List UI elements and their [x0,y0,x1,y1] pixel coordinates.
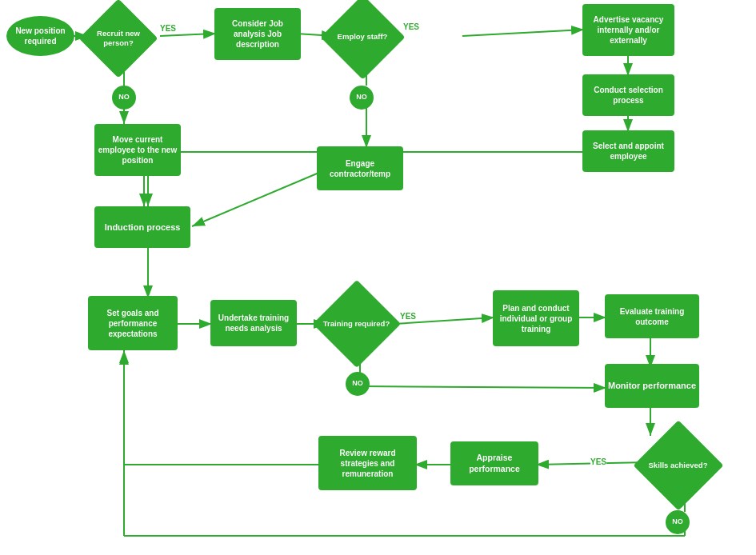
review-reward-node: Review reward strategies and remuneratio… [318,436,417,490]
no-recruit-circle: NO [112,86,136,110]
skills-achieved-node: Skills achieved? [640,430,716,501]
advertise-node: Advertise vacancy internally and/or exte… [582,4,674,56]
yes-employ-label: YES [403,22,419,31]
induction-node: Induction process [94,206,190,248]
yes-training-label: YES [400,312,416,321]
recruit-node: Recruit new person? [86,12,150,64]
svg-line-22 [360,386,606,388]
no-skills-circle: NO [666,510,690,534]
undertake-training-node: Undertake training needs analysis [210,300,297,346]
new-position-node: New position required [6,16,74,56]
no-training-circle: NO [346,372,370,396]
flowchart: New position required Recruit new person… [0,0,756,555]
move-employee-node: Move current employee to the new positio… [94,124,181,176]
plan-conduct-node: Plan and conduct individual or group tra… [493,290,579,346]
conduct-selection-node: Conduct selection process [582,74,674,116]
training-required-node: Training required? [318,289,394,357]
set-goals-node: Set goals and performance expectations [88,296,178,350]
yes-recruit-label: YES [160,24,176,33]
appraise-performance-node: Appraise performance [450,441,538,485]
yes-skills-label: YES [590,457,606,466]
engage-contractor-node: Engage contractor/temp [317,146,403,190]
no-employ-circle: NO [350,86,374,110]
employ-staff-node: Employ staff? [326,10,398,64]
select-appoint-node: Select and appoint employee [582,130,674,172]
consider-node: Consider Job analysis Job description [214,8,301,60]
svg-line-14 [192,170,326,226]
svg-line-4 [462,30,584,36]
evaluate-training-node: Evaluate training outcome [605,294,699,338]
svg-line-2 [160,34,216,36]
monitor-performance-node: Monitor performance [605,364,699,408]
